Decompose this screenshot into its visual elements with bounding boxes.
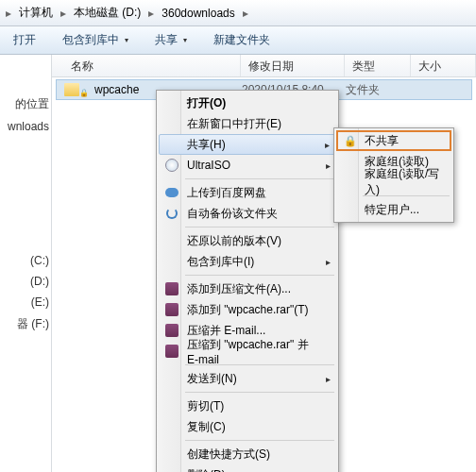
column-name[interactable]: 名称 bbox=[52, 55, 241, 76]
chevron-right-icon: ▸ bbox=[325, 140, 330, 150]
file-name: wpcache bbox=[94, 83, 139, 96]
menu-copy[interactable]: 复制(C) bbox=[159, 416, 336, 437]
column-date[interactable]: 修改日期 bbox=[241, 55, 345, 76]
breadcrumb-folder[interactable]: 360downloads bbox=[156, 3, 240, 24]
rar-icon bbox=[165, 324, 178, 337]
menu-ultraiso[interactable]: UltraISO▸ bbox=[159, 155, 336, 176]
submenu-homegroup-readwrite[interactable]: 家庭组(读取/写入) bbox=[336, 172, 451, 193]
menu-share[interactable]: 共享(H)▸ bbox=[159, 134, 336, 155]
rar-icon bbox=[165, 282, 178, 295]
chevron-right-icon: ▸ bbox=[146, 7, 156, 20]
sidebar-downloads[interactable]: wnloads bbox=[0, 116, 51, 137]
context-menu: 打开(O) 在新窗口中打开(E) 共享(H)▸ UltraISO▸ 上传到百度网… bbox=[156, 90, 339, 472]
file-type: 文件夹 bbox=[346, 82, 412, 98]
rar-icon bbox=[165, 345, 178, 358]
sidebar: 的位置 wnloads (C:) (D:) (E:) 器 (F:) bbox=[0, 55, 52, 472]
column-type[interactable]: 类型 bbox=[345, 55, 411, 76]
toolbar: 打开 包含到库中 共享 新建文件夹 bbox=[0, 26, 476, 55]
menu-open-new-window[interactable]: 在新窗口中打开(E) bbox=[159, 113, 336, 134]
chevron-right-icon: ▸ bbox=[326, 160, 331, 171]
share-button[interactable]: 共享 bbox=[149, 30, 193, 50]
column-header: 名称 修改日期 类型 大小 bbox=[52, 55, 476, 77]
chevron-right-icon: ▸ bbox=[4, 7, 13, 20]
menu-separator bbox=[185, 275, 334, 276]
chevron-right-icon: ▸ bbox=[241, 7, 250, 20]
menu-create-shortcut[interactable]: 创建快捷方式(S) bbox=[159, 444, 336, 464]
menu-send-to[interactable]: 发送到(N)▸ bbox=[159, 368, 336, 389]
open-button[interactable]: 打开 bbox=[8, 30, 42, 50]
menu-auto-backup[interactable]: 自动备份该文件夹 bbox=[159, 203, 336, 224]
include-library-button[interactable]: 包含到库中 bbox=[57, 30, 134, 50]
submenu-specific-user[interactable]: 特定用户... bbox=[336, 199, 451, 220]
menu-open[interactable]: 打开(O) bbox=[159, 93, 336, 113]
breadcrumb-drive-d[interactable]: 本地磁盘 (D:) bbox=[68, 3, 146, 24]
disc-icon bbox=[165, 159, 178, 172]
submenu-no-share[interactable]: 🔒不共享 bbox=[336, 130, 451, 151]
sidebar-drive-f[interactable]: 器 (F:) bbox=[0, 312, 51, 336]
menu-include-library[interactable]: 包含到库中(I)▸ bbox=[159, 251, 336, 272]
menu-compress-wpcache-email[interactable]: 压缩到 "wpcache.rar" 并 E-mail bbox=[159, 341, 336, 362]
column-size[interactable]: 大小 bbox=[411, 55, 476, 76]
sidebar-drive-c[interactable]: (C:) bbox=[0, 250, 51, 271]
folder-icon bbox=[64, 83, 79, 96]
menu-separator bbox=[185, 392, 334, 393]
menu-separator bbox=[185, 227, 334, 228]
lock-icon: 🔒 bbox=[79, 89, 89, 97]
sync-icon bbox=[166, 208, 178, 219]
sidebar-drive-e[interactable]: (E:) bbox=[0, 292, 51, 312]
share-submenu: 🔒不共享 家庭组(读取) 家庭组(读取/写入) 特定用户... bbox=[333, 127, 454, 223]
breadcrumb[interactable]: ▸ 计算机 ▸ 本地磁盘 (D:) ▸ 360downloads ▸ bbox=[0, 0, 476, 26]
chevron-right-icon: ▸ bbox=[59, 7, 68, 20]
menu-delete[interactable]: 删除(D) bbox=[159, 464, 336, 472]
cloud-icon bbox=[165, 188, 178, 197]
chevron-right-icon: ▸ bbox=[326, 374, 331, 384]
menu-add-wpcache-rar[interactable]: 添加到 "wpcache.rar"(T) bbox=[159, 299, 336, 320]
menu-add-archive[interactable]: 添加到压缩文件(A)... bbox=[159, 278, 336, 299]
menu-restore[interactable]: 还原以前的版本(V) bbox=[159, 230, 336, 251]
menu-upload-baidu[interactable]: 上传到百度网盘 bbox=[159, 182, 336, 203]
menu-separator bbox=[185, 440, 334, 441]
menu-separator bbox=[185, 178, 334, 179]
breadcrumb-computer[interactable]: 计算机 bbox=[13, 3, 59, 24]
rar-icon bbox=[165, 303, 178, 316]
sidebar-drive-d[interactable]: (D:) bbox=[0, 271, 51, 292]
lock-icon: 🔒 bbox=[344, 135, 357, 147]
chevron-right-icon: ▸ bbox=[326, 257, 331, 267]
new-folder-button[interactable]: 新建文件夹 bbox=[208, 30, 276, 50]
sidebar-location[interactable]: 的位置 bbox=[0, 93, 51, 116]
menu-cut[interactable]: 剪切(T) bbox=[159, 396, 336, 416]
